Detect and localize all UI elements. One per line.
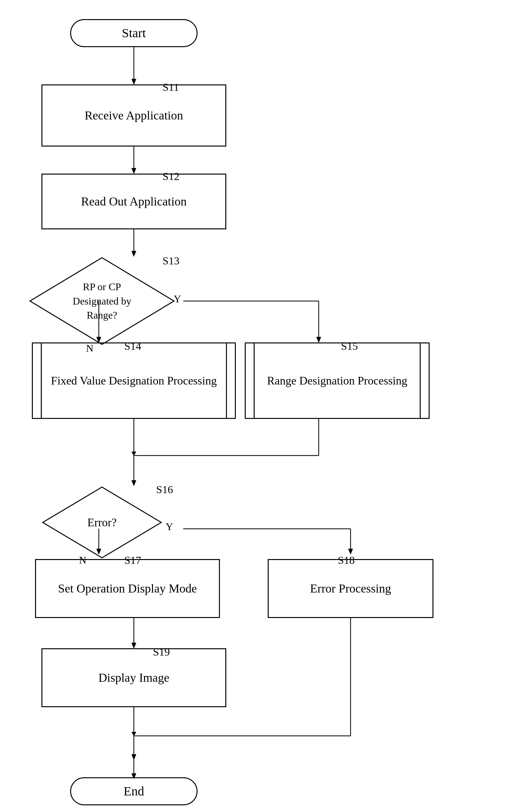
- svg-marker-20: [348, 549, 353, 554]
- svg-marker-31: [132, 732, 136, 736]
- y2-label: Y: [166, 521, 173, 533]
- flowchart: Start S11 Receive Application S12 Read O…: [0, 0, 508, 812]
- y1-label: Y: [174, 293, 181, 305]
- range-designation-node: Range Designation Processing: [245, 343, 430, 419]
- svg-marker-15: [132, 480, 136, 486]
- error-processing-label: Error Processing: [310, 581, 391, 596]
- error-processing-node: Error Processing: [268, 559, 433, 618]
- receive-application-label: Receive Application: [84, 108, 183, 123]
- svg-marker-22: [132, 643, 136, 648]
- receive-application-node: Receive Application: [41, 84, 226, 146]
- svg-marker-10: [316, 337, 321, 343]
- read-out-application-label: Read Out Application: [81, 194, 186, 209]
- rp-cp-decision-node: RP or CPDesignated byRange?: [29, 257, 175, 346]
- error-decision-node: Error?: [41, 486, 163, 559]
- set-operation-label: Set Operation Display Mode: [58, 581, 197, 596]
- fixed-value-node: Fixed Value Designation Processing: [32, 343, 236, 419]
- display-image-node: Display Image: [41, 648, 226, 707]
- svg-marker-27: [132, 754, 136, 760]
- end-node: End: [70, 777, 198, 805]
- svg-marker-5: [132, 251, 136, 257]
- start-node: Start: [70, 19, 198, 47]
- display-image-label: Display Image: [98, 670, 170, 685]
- set-operation-node: Set Operation Display Mode: [35, 559, 220, 618]
- svg-marker-3: [132, 168, 136, 174]
- read-out-application-node: Read Out Application: [41, 174, 226, 229]
- end-label: End: [124, 783, 144, 800]
- start-label: Start: [122, 25, 146, 41]
- svg-marker-30: [132, 452, 136, 456]
- svg-marker-1: [132, 79, 136, 84]
